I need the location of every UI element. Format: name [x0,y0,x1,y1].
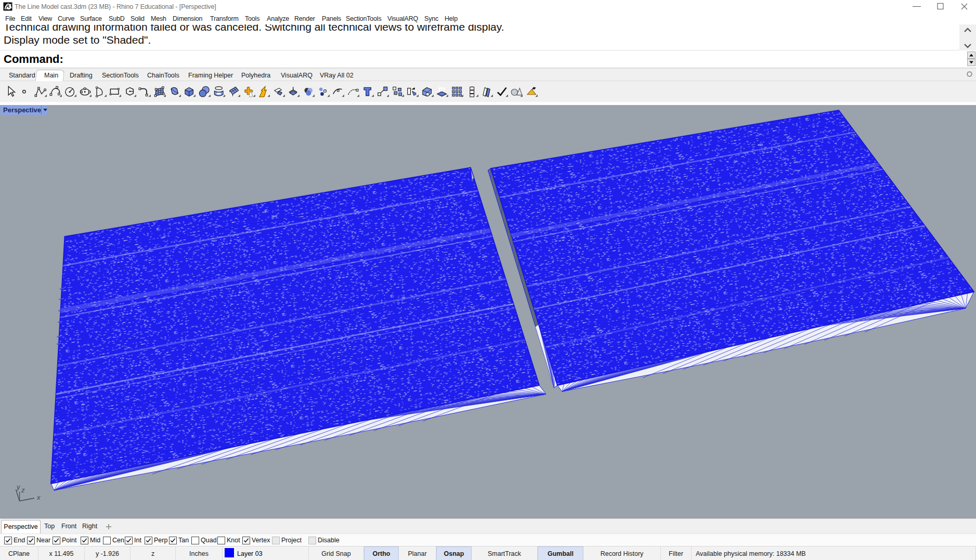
svg-text:x: x [36,493,41,501]
svg-text:z: z [21,486,25,494]
svg-text:y: y [16,483,21,491]
